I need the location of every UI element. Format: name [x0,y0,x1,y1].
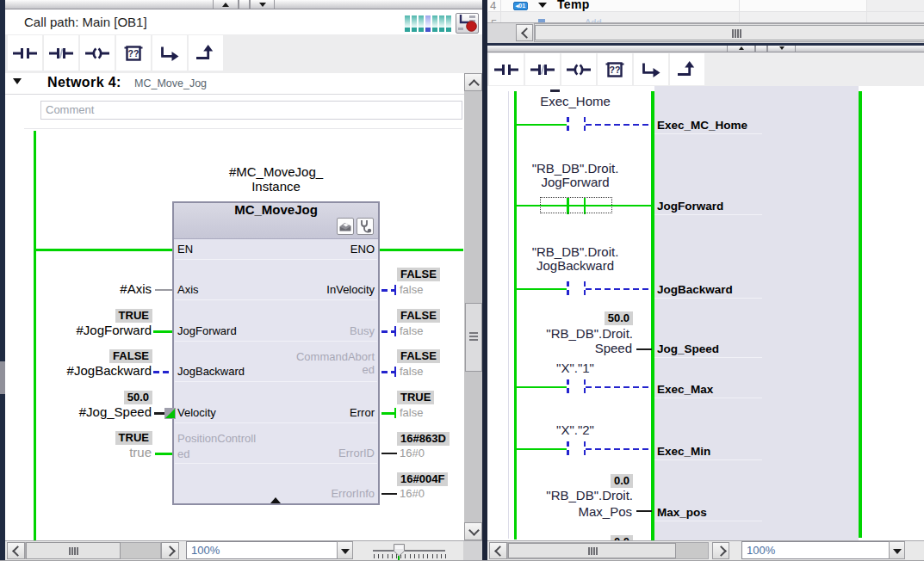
svg-text:??: ?? [610,65,621,75]
svg-text:??: ?? [128,48,140,59]
